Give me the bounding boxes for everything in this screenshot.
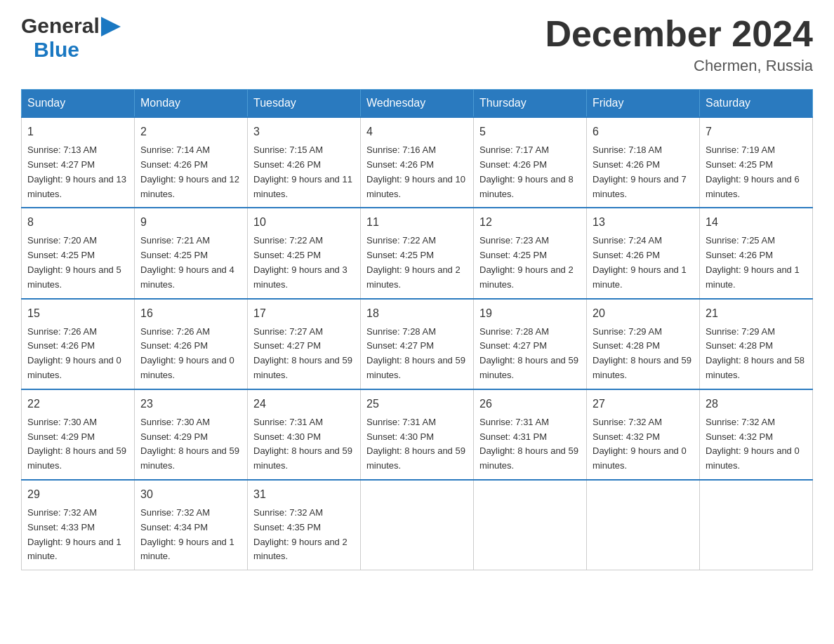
day-info: Sunrise: 7:32 AMSunset: 4:34 PMDaylight:…: [140, 507, 234, 561]
day-number: 5: [479, 123, 581, 140]
calendar-cell: 31Sunrise: 7:32 AMSunset: 4:35 PMDayligh…: [248, 480, 361, 570]
day-info: Sunrise: 7:21 AMSunset: 4:25 PMDaylight:…: [140, 235, 234, 289]
day-number: 26: [479, 396, 581, 412]
logo-arrow-icon: [101, 17, 121, 36]
calendar-cell: 11Sunrise: 7:22 AMSunset: 4:25 PMDayligh…: [361, 208, 474, 298]
day-info: Sunrise: 7:28 AMSunset: 4:27 PMDaylight:…: [366, 326, 465, 380]
calendar-table: SundayMondayTuesdayWednesdayThursdayFrid…: [21, 89, 813, 570]
weekday-header-row: SundayMondayTuesdayWednesdayThursdayFrid…: [22, 90, 813, 118]
calendar-cell: 18Sunrise: 7:28 AMSunset: 4:27 PMDayligh…: [361, 299, 474, 389]
calendar-cell: 8Sunrise: 7:20 AMSunset: 4:25 PMDaylight…: [22, 208, 135, 298]
day-number: 17: [253, 305, 355, 322]
calendar-cell: 1Sunrise: 7:13 AMSunset: 4:27 PMDaylight…: [22, 117, 135, 208]
calendar-cell: [700, 480, 813, 570]
day-info: Sunrise: 7:29 AMSunset: 4:28 PMDaylight:…: [593, 326, 691, 380]
calendar-week-row: 8Sunrise: 7:20 AMSunset: 4:25 PMDaylight…: [22, 208, 813, 298]
day-info: Sunrise: 7:20 AMSunset: 4:25 PMDaylight:…: [27, 235, 121, 289]
day-number: 22: [27, 396, 128, 412]
day-number: 29: [27, 486, 128, 503]
day-info: Sunrise: 7:26 AMSunset: 4:26 PMDaylight:…: [140, 326, 234, 380]
day-number: 4: [366, 123, 468, 140]
weekday-header-wednesday: Wednesday: [361, 90, 474, 118]
day-info: Sunrise: 7:15 AMSunset: 4:26 PMDaylight:…: [253, 145, 352, 199]
calendar-cell: 15Sunrise: 7:26 AMSunset: 4:26 PMDayligh…: [22, 299, 135, 389]
calendar-cell: 19Sunrise: 7:28 AMSunset: 4:27 PMDayligh…: [474, 299, 587, 389]
calendar-cell: 4Sunrise: 7:16 AMSunset: 4:26 PMDaylight…: [361, 117, 474, 208]
day-info: Sunrise: 7:32 AMSunset: 4:33 PMDaylight:…: [27, 507, 121, 561]
day-info: Sunrise: 7:17 AMSunset: 4:26 PMDaylight:…: [479, 145, 574, 199]
day-number: 8: [27, 214, 128, 231]
day-info: Sunrise: 7:19 AMSunset: 4:25 PMDaylight:…: [706, 145, 800, 199]
day-info: Sunrise: 7:16 AMSunset: 4:26 PMDaylight:…: [366, 145, 465, 199]
day-info: Sunrise: 7:31 AMSunset: 4:30 PMDaylight:…: [253, 417, 352, 471]
calendar-week-row: 22Sunrise: 7:30 AMSunset: 4:29 PMDayligh…: [22, 389, 813, 480]
day-info: Sunrise: 7:24 AMSunset: 4:26 PMDaylight:…: [593, 235, 687, 289]
month-title: December 2024: [545, 14, 813, 54]
day-info: Sunrise: 7:22 AMSunset: 4:25 PMDaylight:…: [253, 235, 348, 289]
day-number: 25: [366, 396, 468, 412]
weekday-header-thursday: Thursday: [474, 90, 587, 118]
day-info: Sunrise: 7:32 AMSunset: 4:32 PMDaylight:…: [593, 417, 687, 471]
weekday-header-monday: Monday: [135, 90, 248, 118]
logo: General Blue: [21, 14, 121, 62]
day-info: Sunrise: 7:14 AMSunset: 4:26 PMDaylight:…: [140, 145, 239, 199]
calendar-cell: [474, 480, 587, 570]
day-number: 6: [593, 123, 694, 140]
calendar-cell: 3Sunrise: 7:15 AMSunset: 4:26 PMDaylight…: [248, 117, 361, 208]
weekday-header-saturday: Saturday: [700, 90, 813, 118]
location-text: Chermen, Russia: [545, 57, 813, 75]
day-info: Sunrise: 7:28 AMSunset: 4:27 PMDaylight:…: [479, 326, 578, 380]
day-info: Sunrise: 7:13 AMSunset: 4:27 PMDaylight:…: [27, 145, 126, 199]
day-info: Sunrise: 7:18 AMSunset: 4:26 PMDaylight:…: [593, 145, 687, 199]
day-info: Sunrise: 7:30 AMSunset: 4:29 PMDaylight:…: [27, 417, 126, 471]
calendar-cell: 25Sunrise: 7:31 AMSunset: 4:30 PMDayligh…: [361, 389, 474, 480]
day-info: Sunrise: 7:25 AMSunset: 4:26 PMDaylight:…: [706, 235, 800, 289]
day-number: 15: [27, 305, 128, 322]
calendar-cell: 5Sunrise: 7:17 AMSunset: 4:26 PMDaylight…: [474, 117, 587, 208]
weekday-header-tuesday: Tuesday: [248, 90, 361, 118]
logo-blue-text: Blue: [34, 38, 79, 62]
svg-marker-0: [101, 17, 121, 36]
day-number: 2: [140, 123, 241, 140]
day-number: 21: [706, 305, 807, 322]
calendar-cell: 14Sunrise: 7:25 AMSunset: 4:26 PMDayligh…: [700, 208, 813, 298]
day-info: Sunrise: 7:32 AMSunset: 4:35 PMDaylight:…: [253, 507, 348, 561]
day-info: Sunrise: 7:29 AMSunset: 4:28 PMDaylight:…: [706, 326, 805, 380]
calendar-week-row: 1Sunrise: 7:13 AMSunset: 4:27 PMDaylight…: [22, 117, 813, 208]
calendar-cell: 23Sunrise: 7:30 AMSunset: 4:29 PMDayligh…: [135, 389, 248, 480]
day-number: 1: [27, 123, 128, 140]
day-info: Sunrise: 7:26 AMSunset: 4:26 PMDaylight:…: [27, 326, 121, 380]
calendar-cell: 13Sunrise: 7:24 AMSunset: 4:26 PMDayligh…: [587, 208, 700, 298]
day-number: 31: [253, 486, 355, 503]
calendar-cell: 6Sunrise: 7:18 AMSunset: 4:26 PMDaylight…: [587, 117, 700, 208]
calendar-cell: 21Sunrise: 7:29 AMSunset: 4:28 PMDayligh…: [700, 299, 813, 389]
day-info: Sunrise: 7:31 AMSunset: 4:30 PMDaylight:…: [366, 417, 465, 471]
day-info: Sunrise: 7:22 AMSunset: 4:25 PMDaylight:…: [366, 235, 461, 289]
calendar-week-row: 29Sunrise: 7:32 AMSunset: 4:33 PMDayligh…: [22, 480, 813, 570]
calendar-week-row: 15Sunrise: 7:26 AMSunset: 4:26 PMDayligh…: [22, 299, 813, 389]
day-number: 30: [140, 486, 241, 503]
day-number: 20: [593, 305, 694, 322]
day-number: 24: [253, 396, 355, 412]
day-number: 23: [140, 396, 241, 412]
calendar-cell: 2Sunrise: 7:14 AMSunset: 4:26 PMDaylight…: [135, 117, 248, 208]
day-number: 13: [593, 214, 694, 231]
calendar-cell: 9Sunrise: 7:21 AMSunset: 4:25 PMDaylight…: [135, 208, 248, 298]
day-number: 11: [366, 214, 468, 231]
day-info: Sunrise: 7:27 AMSunset: 4:27 PMDaylight:…: [253, 326, 352, 380]
day-number: 18: [366, 305, 468, 322]
day-number: 7: [706, 123, 807, 140]
day-number: 16: [140, 305, 241, 322]
day-number: 10: [253, 214, 355, 231]
day-info: Sunrise: 7:32 AMSunset: 4:32 PMDaylight:…: [706, 417, 800, 471]
calendar-cell: 26Sunrise: 7:31 AMSunset: 4:31 PMDayligh…: [474, 389, 587, 480]
calendar-cell: [587, 480, 700, 570]
calendar-cell: 22Sunrise: 7:30 AMSunset: 4:29 PMDayligh…: [22, 389, 135, 480]
calendar-cell: 16Sunrise: 7:26 AMSunset: 4:26 PMDayligh…: [135, 299, 248, 389]
day-number: 19: [479, 305, 581, 322]
day-number: 9: [140, 214, 241, 231]
calendar-cell: 24Sunrise: 7:31 AMSunset: 4:30 PMDayligh…: [248, 389, 361, 480]
page-header: General Blue December 2024 Chermen, Russ…: [21, 14, 813, 75]
calendar-cell: 17Sunrise: 7:27 AMSunset: 4:27 PMDayligh…: [248, 299, 361, 389]
calendar-cell: 29Sunrise: 7:32 AMSunset: 4:33 PMDayligh…: [22, 480, 135, 570]
